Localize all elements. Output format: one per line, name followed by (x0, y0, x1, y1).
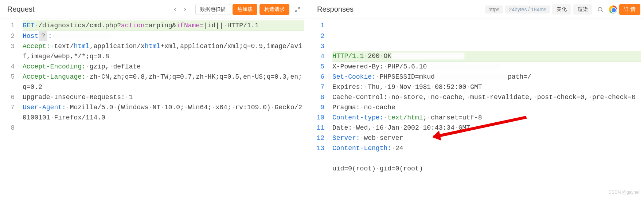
line-number: 4 (4, 62, 19, 72)
code-line: Cache-Control:·no-store,·no-cache,·must-… (332, 92, 641, 102)
code-token: text/ (54, 43, 74, 50)
code-token: · (431, 83, 435, 91)
code-token: gid=0(root) (380, 165, 423, 172)
hot-reload-button[interactable]: 热加载 (233, 4, 257, 15)
code-token: HTTP/1.1 (332, 52, 364, 60)
code-token: · (113, 104, 117, 111)
code-token: · (50, 43, 54, 50)
request-gutter: 12345678 (0, 19, 22, 197)
expand-icon[interactable] (292, 4, 303, 15)
code-token: · (372, 124, 376, 131)
code-token: · (588, 94, 592, 101)
code-token: · (109, 63, 113, 70)
line-number: 5 (4, 72, 19, 92)
code-line: Expires:·Thu,·19·Nov·1981·08:52:00·GMT (332, 82, 641, 92)
chrome-icon[interactable] (609, 5, 617, 13)
svg-point-2 (598, 7, 602, 11)
code-token: · (533, 94, 537, 101)
code-token: PHP/5.6.10 (387, 63, 427, 70)
request-code[interactable]: 12345678 GET·/diagnostics/cmd.php?action… (0, 19, 307, 197)
code-token: · (352, 124, 356, 131)
nav-arrows (170, 4, 190, 15)
code-line: uid=0(root)·gid=0(root) (332, 163, 641, 174)
code-token: 24 (395, 145, 403, 152)
code-token: · (380, 52, 384, 60)
next-icon[interactable] (180, 4, 190, 15)
beautify-button[interactable]: 美化 (552, 4, 571, 15)
code-token: · (149, 104, 153, 111)
code-token: · (411, 83, 415, 91)
code-token: 10.0; (164, 104, 184, 111)
code-token: · (223, 22, 227, 29)
code-token: web (364, 134, 375, 142)
code-token: · (360, 134, 364, 142)
request-title: Request (7, 5, 35, 13)
line-number: 11 (313, 123, 329, 133)
code-token: /diagnostics/cmd.php? (38, 22, 121, 29)
code-token: · (383, 114, 387, 121)
code-token: · (364, 52, 368, 60)
code-token: · (466, 94, 470, 101)
hint-chip[interactable]: ? (39, 31, 47, 41)
code-token: gzip, (90, 63, 109, 70)
code-token: · (160, 104, 164, 111)
code-token: Server: (332, 134, 360, 142)
code-token: uid=0(root) (332, 165, 376, 172)
line-number: 1 (4, 20, 19, 31)
build-request-button[interactable]: 构造请求 (259, 4, 289, 15)
code-line: Server:·web·server (332, 133, 641, 143)
response-code-body[interactable]: HTTP/1.1·200·OKX-Powered-By:·PHP/5.6.10S… (332, 19, 644, 197)
code-token: · (427, 94, 431, 101)
code-token: Host (23, 32, 38, 40)
code-line: User-Agent:·Mozilla/5.0·(Windows·NT·10.0… (23, 102, 304, 123)
scan-button[interactable]: 数据包扫描 (195, 4, 230, 15)
code-line (332, 153, 641, 163)
code-token: Mozilla/5.0 (70, 104, 113, 111)
line-number: 4 (313, 51, 329, 62)
code-token: ; (423, 114, 427, 121)
code-line: Content-type:·text/html;·charset=utf-8 (332, 113, 641, 123)
response-code[interactable]: 12345678910111213 HTTP/1.1·200·OKX-Power… (310, 19, 644, 197)
stats-tag: 24bytes / 184ms (505, 5, 550, 13)
code-token: · (391, 145, 395, 152)
request-code-body[interactable]: GET·/diagnostics/cmd.php?action=arping&i… (22, 19, 307, 197)
line-number: 12 (313, 133, 329, 143)
details-button[interactable]: 详 情 (619, 4, 640, 15)
prev-icon[interactable] (170, 4, 180, 15)
render-button[interactable]: 渲染 (573, 4, 592, 15)
code-token: · (66, 104, 70, 111)
code-token: · (231, 104, 235, 111)
code-token: · (86, 63, 90, 70)
redacted-segment (391, 53, 464, 59)
code-token: 2002 (403, 124, 419, 131)
code-token: Pragma: (332, 104, 360, 111)
code-token: Accept: (23, 43, 50, 50)
code-token: · (387, 94, 391, 101)
code-token: · (52, 32, 56, 40)
code-token: · (376, 165, 380, 172)
code-token: · (383, 83, 387, 91)
code-token: Firefox/114.0 (54, 114, 105, 121)
code-token: Thu, (368, 83, 383, 91)
line-number: 6 (313, 72, 329, 82)
code-token: · (50, 114, 54, 121)
code-token: Win64; (188, 104, 212, 111)
code-token: (Windows (117, 104, 148, 111)
code-token: GET (23, 22, 34, 29)
code-token: =|id|| (200, 22, 223, 29)
code-token: · (360, 104, 364, 111)
code-token: ,application/x (90, 43, 145, 50)
line-number: 1 (313, 20, 329, 31)
code-token: 1 (129, 94, 133, 101)
code-token: no-cache (364, 104, 395, 111)
code-token: · (364, 83, 368, 91)
code-token: 1981 (415, 83, 431, 91)
code-token: 16 (376, 124, 384, 131)
code-line: X-Powered-By:·PHP/5.6.10 (332, 62, 641, 72)
code-token: NT (153, 104, 161, 111)
request-header: Request 数据包扫描 热加载 构造请求 (0, 0, 307, 19)
svg-line-0 (298, 7, 300, 9)
search-icon[interactable] (594, 4, 606, 15)
response-title: Responses (317, 5, 354, 13)
code-token: · (271, 104, 275, 111)
